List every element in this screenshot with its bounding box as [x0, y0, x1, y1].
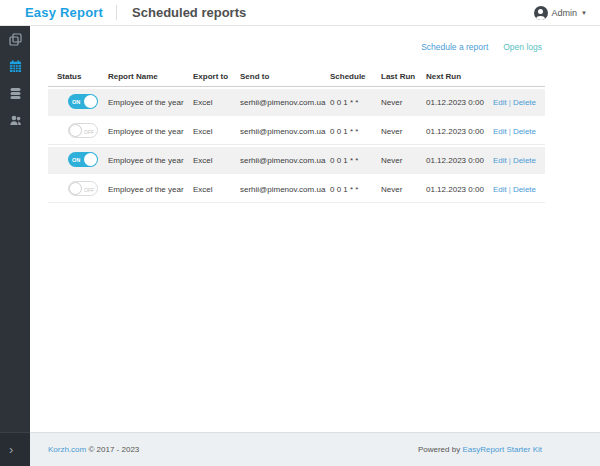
table-row: ON Employee of the year Excel serhii@pim… — [48, 147, 545, 174]
delete-link[interactable]: Delete — [513, 156, 536, 165]
schedule-cell: 0 0 1 * * — [330, 156, 381, 165]
last-run-cell: Never — [381, 156, 426, 165]
status-toggle[interactable]: ON — [68, 152, 98, 167]
table-row: OFF Employee of the year Excel serhii@pi… — [48, 176, 545, 203]
page-title: Scheduled reports — [132, 5, 246, 20]
status-toggle[interactable]: OFF — [68, 123, 98, 138]
toggle-knob — [84, 95, 97, 108]
sidebar-collapse-toggle[interactable]: › — [0, 432, 30, 466]
action-separator: | — [509, 127, 511, 136]
next-run-cell: 01.12.2023 0:00 — [426, 98, 493, 107]
report-name-cell: Employee of the year — [108, 156, 193, 165]
actions-cell: Edit|Delete — [493, 98, 545, 107]
send-to-cell: serhii@pimenov.com.ua — [240, 127, 330, 136]
sidebar-item-users[interactable] — [0, 107, 30, 134]
last-run-cell: Never — [381, 127, 426, 136]
send-to-cell: serhii@pimenov.com.ua — [240, 185, 330, 194]
toggle-label: ON — [72, 157, 80, 163]
scheduled-reports-table: Status Report Name Export to Send to Sch… — [48, 72, 545, 203]
toggle-knob — [69, 124, 82, 137]
schedule-report-link[interactable]: Schedule a report — [421, 42, 488, 52]
edit-link[interactable]: Edit — [493, 127, 507, 136]
toggle-label: OFF — [84, 129, 94, 135]
open-logs-link[interactable]: Open logs — [503, 42, 542, 52]
status-toggle[interactable]: OFF — [68, 181, 98, 196]
status-toggle[interactable]: ON — [68, 94, 98, 109]
header-divider — [116, 5, 117, 20]
column-header-report-name: Report Name — [108, 72, 193, 81]
action-separator: | — [509, 185, 511, 194]
chevron-down-icon: ▼ — [581, 10, 587, 16]
send-to-cell: serhii@pimenov.com.ua — [240, 156, 330, 165]
toggle-knob — [84, 153, 97, 166]
starter-kit-link[interactable]: EasyReport Starter Kit — [462, 445, 542, 454]
table-header-row: Status Report Name Export to Send to Sch… — [48, 72, 545, 87]
delete-link[interactable]: Delete — [513, 127, 536, 136]
user-name: Admin — [552, 8, 578, 18]
toggle-label: ON — [72, 99, 80, 105]
report-name-cell: Employee of the year — [108, 127, 193, 136]
last-run-cell: Never — [381, 185, 426, 194]
column-header-last-run: Last Run — [381, 72, 426, 81]
edit-link[interactable]: Edit — [493, 156, 507, 165]
column-header-send-to: Send to — [240, 72, 330, 81]
last-run-cell: Never — [381, 98, 426, 107]
toggle-label: OFF — [84, 187, 94, 193]
export-to-cell: Excel — [193, 98, 240, 107]
footer-right: Powered by EasyReport Starter Kit — [418, 445, 542, 454]
copyright-text: © 2017 - 2023 — [88, 445, 139, 454]
export-to-cell: Excel — [193, 185, 240, 194]
delete-link[interactable]: Delete — [513, 185, 536, 194]
export-to-cell: Excel — [193, 127, 240, 136]
chevron-right-icon: › — [9, 443, 13, 456]
database-icon — [9, 87, 22, 100]
app-logo[interactable]: Easy Report — [25, 5, 103, 20]
users-icon — [9, 114, 22, 127]
send-to-cell: serhii@pimenov.com.ua — [240, 98, 330, 107]
action-separator: | — [509, 156, 511, 165]
top-header: Easy Report Scheduled reports Admin ▼ — [0, 0, 600, 26]
column-header-schedule: Schedule — [330, 72, 381, 81]
actions-cell: Edit|Delete — [493, 156, 545, 165]
next-run-cell: 01.12.2023 0:00 — [426, 127, 493, 136]
edit-link[interactable]: Edit — [493, 98, 507, 107]
copy-icon — [9, 33, 22, 46]
column-header-status: Status — [48, 72, 108, 81]
report-name-cell: Employee of the year — [108, 98, 193, 107]
table-row: OFF Employee of the year Excel serhii@pi… — [48, 118, 545, 145]
action-separator: | — [509, 98, 511, 107]
column-header-next-run: Next Run — [426, 72, 493, 81]
report-name-cell: Employee of the year — [108, 185, 193, 194]
calendar-icon — [9, 60, 22, 73]
sidebar-item-scheduled-reports[interactable] — [0, 53, 30, 80]
schedule-cell: 0 0 1 * * — [330, 127, 381, 136]
user-menu[interactable]: Admin ▼ — [534, 0, 587, 26]
footer-left: Korzh.com © 2017 - 2023 — [48, 445, 139, 454]
table-row: ON Employee of the year Excel serhii@pim… — [48, 89, 545, 116]
schedule-cell: 0 0 1 * * — [330, 98, 381, 107]
schedule-cell: 0 0 1 * * — [330, 185, 381, 194]
column-header-export-to: Export to — [193, 72, 240, 81]
sidebar-item-data[interactable] — [0, 80, 30, 107]
edit-link[interactable]: Edit — [493, 185, 507, 194]
app-window: Easy Report Scheduled reports Admin ▼ — [0, 0, 600, 466]
export-to-cell: Excel — [193, 156, 240, 165]
sidebar-item-reports[interactable] — [0, 26, 30, 53]
delete-link[interactable]: Delete — [513, 98, 536, 107]
sidebar: › — [0, 26, 30, 466]
actions-cell: Edit|Delete — [493, 127, 545, 136]
korzh-link[interactable]: Korzh.com — [48, 445, 86, 454]
next-run-cell: 01.12.2023 0:00 — [426, 185, 493, 194]
page-footer: Korzh.com © 2017 - 2023 Powered by EasyR… — [30, 432, 600, 466]
actions-cell: Edit|Delete — [493, 185, 545, 194]
user-avatar-icon — [534, 6, 548, 20]
powered-by-text: Powered by — [418, 445, 460, 454]
toggle-knob — [69, 182, 82, 195]
toolbar: Schedule a report Open logs — [421, 42, 542, 52]
next-run-cell: 01.12.2023 0:00 — [426, 156, 493, 165]
main-content: Schedule a report Open logs Status Repor… — [30, 26, 600, 432]
